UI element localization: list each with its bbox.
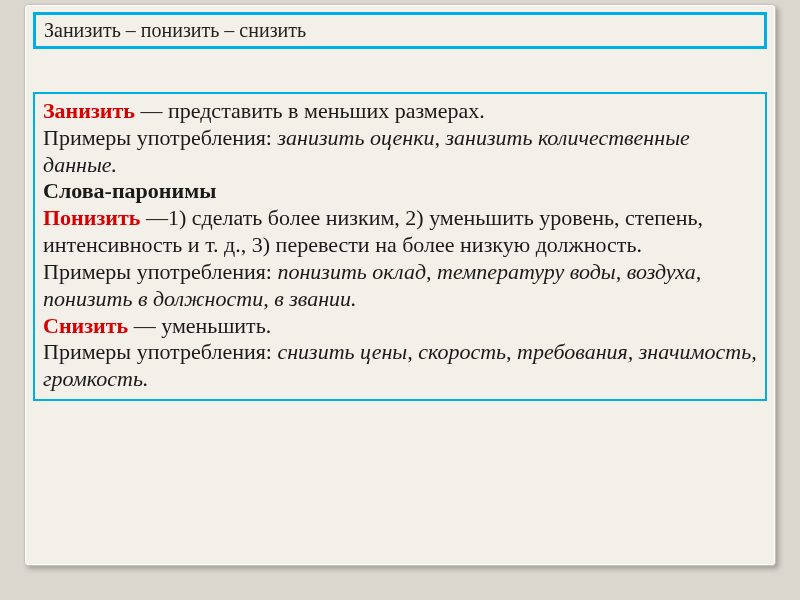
definition-ponizit: —1) сделать более низким, 2) уменьшить у… [43,205,703,257]
document-card: Занизить – понизить – снизить Занизить —… [24,4,776,566]
definition-snizit: — уменьшить. [128,313,271,338]
paronyms-header: Слова-паронимы [43,178,757,205]
entry-snizit: Снизить — уменьшить. [43,313,757,340]
examples-label: Примеры употребления: [43,259,277,284]
title-text: Занизить – понизить – снизить [44,19,306,41]
examples-label: Примеры употребления: [43,125,277,150]
definition-zanizit: — представить в меньших размерах. [135,98,485,123]
examples-snizit: Примеры употребления: снизить цены, скор… [43,339,757,393]
term-snizit: Снизить [43,313,128,338]
examples-zanizit: Примеры употребления: занизить оценки, з… [43,125,757,179]
term-zanizit: Занизить [43,98,135,123]
term-ponizit: Понизить [43,205,140,230]
examples-ponizit: Примеры употребления: понизить оклад, те… [43,259,757,313]
examples-label: Примеры употребления: [43,339,277,364]
entry-zanizit: Занизить — представить в меньших размера… [43,98,757,125]
entry-ponizit: Понизить —1) сделать более низким, 2) ум… [43,205,757,259]
body-box: Занизить — представить в меньших размера… [33,92,767,401]
title-box: Занизить – понизить – снизить [33,12,767,49]
